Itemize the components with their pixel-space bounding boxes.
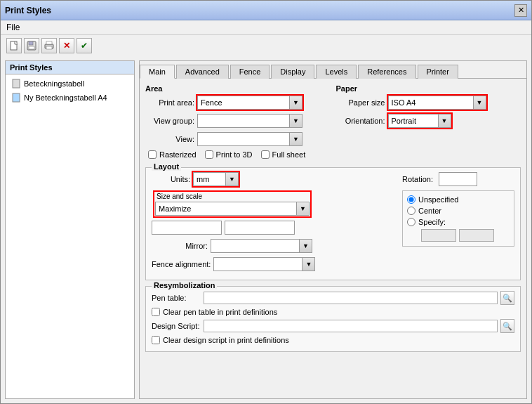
paper-label: Paper <box>336 84 521 93</box>
save-button[interactable] <box>24 38 39 53</box>
pen-table-input[interactable] <box>204 292 498 304</box>
fence-alignment-arrow[interactable]: ▼ <box>302 258 314 271</box>
paper-section: Paper Paper size ISO A4 ▼ Orientation: P <box>336 84 521 150</box>
print-area-row: Print area: Fence ▼ <box>145 96 331 110</box>
delete-button[interactable]: ✕ <box>59 38 74 53</box>
print-button[interactable] <box>41 38 57 53</box>
orientation-label: Orientation: <box>336 117 385 125</box>
orientation-value: Portrait <box>389 117 438 125</box>
units-label: Units: <box>152 175 190 183</box>
layout-right: Rotation: Unspecified <box>402 172 514 275</box>
close-button[interactable]: ✕ <box>514 4 527 17</box>
view-group-row: View group: ▼ <box>145 114 331 128</box>
pen-table-search-button[interactable]: 🔍 <box>500 291 514 305</box>
left-panel-header: Print Styles <box>6 61 134 74</box>
right-panel: Main Advanced Fence Display Levels Refer… <box>139 60 527 399</box>
paper-size-arrow[interactable]: ▼ <box>473 96 486 109</box>
origin-section: Unspecified Center Specify: <box>402 190 514 247</box>
tab-fence[interactable]: Fence <box>230 65 270 79</box>
list-item[interactable]: Ny Beteckningstabell A4 <box>8 91 131 104</box>
layout-section: Layout Units: mm ▼ <box>145 167 521 280</box>
view-group-select[interactable]: ▼ <box>197 114 302 128</box>
list-item[interactable]: Beteckningstabell <box>8 77 131 90</box>
print-area-label: Print area: <box>145 98 194 107</box>
rasterized-checkbox[interactable] <box>148 150 157 159</box>
tab-advanced[interactable]: Advanced <box>176 65 229 79</box>
pen-table-label: Pen table: <box>152 294 201 302</box>
specify-inputs <box>407 229 510 242</box>
unspecified-row: Unspecified <box>407 195 510 204</box>
center-row: Center <box>407 207 510 215</box>
area-label: Area <box>145 84 331 93</box>
new-button[interactable] <box>6 38 22 53</box>
file-menu[interactable]: File <box>6 22 20 32</box>
orientation-row: Orientation: Portrait ▼ <box>336 114 521 128</box>
view-group-arrow[interactable]: ▼ <box>289 115 302 127</box>
doc-icon <box>11 79 21 89</box>
design-script-search-button[interactable]: 🔍 <box>500 319 514 333</box>
tab-printer[interactable]: Printer <box>418 65 458 79</box>
paper-size-value: ISO A4 <box>389 98 473 107</box>
size-scale-header: Size and scale <box>155 193 310 200</box>
item-label: Ny Beteckningstabell A4 <box>24 93 107 102</box>
specify-y-input[interactable] <box>459 229 494 242</box>
design-script-row: Design Script: 🔍 <box>152 319 514 333</box>
print-area-arrow[interactable]: ▼ <box>289 96 302 109</box>
orientation-arrow[interactable]: ▼ <box>438 115 451 127</box>
layout-inner: Units: mm ▼ Size and scale <box>152 172 514 275</box>
extra-input-1[interactable] <box>152 221 222 235</box>
area-paper-row: Area Print area: Fence ▼ View group: <box>145 84 521 150</box>
ok-button[interactable]: ✔ <box>77 38 92 53</box>
title-bar: Print Styles ✕ <box>1 1 531 20</box>
view-row: View: ▼ <box>145 132 331 146</box>
units-select[interactable]: mm ▼ <box>193 172 239 186</box>
extra-input-2[interactable] <box>225 221 295 235</box>
rotation-row: Rotation: <box>402 172 514 186</box>
print-to-3d-checkbox[interactable] <box>205 150 213 159</box>
rasterized-label: Rasterized <box>159 150 197 159</box>
units-row: Units: mm ▼ <box>152 172 397 186</box>
rasterized-row: Rasterized <box>148 150 197 159</box>
print-area-select[interactable]: Fence ▼ <box>197 96 302 110</box>
size-scale-group: Size and scale Maximize ▼ <box>153 190 312 218</box>
window-title: Print Styles <box>5 6 51 15</box>
paper-size-label: Paper size <box>336 98 385 107</box>
print-to-3d-label: Print to 3D <box>216 150 253 159</box>
size-scale-select[interactable]: Maximize ▼ <box>155 202 310 216</box>
tab-content: Area Print area: Fence ▼ View group: <box>140 79 526 398</box>
unspecified-label: Unspecified <box>418 195 458 204</box>
units-value: mm <box>194 175 225 183</box>
extra-row <box>152 221 397 235</box>
fence-alignment-select[interactable]: ▼ <box>213 257 315 271</box>
units-arrow[interactable]: ▼ <box>225 173 238 185</box>
design-script-input[interactable] <box>204 320 498 332</box>
clear-pen-checkbox[interactable] <box>152 308 160 316</box>
toolbar: ✕ ✔ <box>1 35 531 56</box>
print-to-3d-row: Print to 3D <box>205 150 253 159</box>
rotation-input[interactable] <box>439 172 477 186</box>
paper-size-select[interactable]: ISO A4 ▼ <box>388 96 486 110</box>
resymbolization-section: Resymbolization Pen table: 🔍 Clear pen t… <box>145 286 521 352</box>
orientation-select[interactable]: Portrait ▼ <box>388 114 451 128</box>
center-label: Center <box>418 207 441 215</box>
center-radio[interactable] <box>407 207 415 215</box>
tab-display[interactable]: Display <box>271 65 314 79</box>
unspecified-radio[interactable] <box>407 195 415 204</box>
specify-x-input[interactable] <box>421 229 456 242</box>
mirror-label: Mirror: <box>152 242 208 250</box>
mirror-arrow[interactable]: ▼ <box>299 240 312 252</box>
clear-pen-label: Clear pen table in print definitions <box>163 308 277 316</box>
specify-radio[interactable] <box>407 218 415 226</box>
full-sheet-checkbox[interactable] <box>261 150 270 159</box>
clear-pen-row: Clear pen table in print definitions <box>152 308 514 316</box>
view-arrow[interactable]: ▼ <box>289 133 302 145</box>
size-scale-arrow[interactable]: ▼ <box>296 202 309 215</box>
tab-main[interactable]: Main <box>140 65 175 79</box>
print-area-value: Fence <box>198 98 289 107</box>
tab-references[interactable]: References <box>358 65 415 79</box>
clear-design-checkbox[interactable] <box>152 336 160 344</box>
mirror-select[interactable]: ▼ <box>211 239 312 253</box>
size-scale-section: Size and scale Maximize ▼ <box>153 190 397 218</box>
view-select[interactable]: ▼ <box>197 132 302 146</box>
tab-levels[interactable]: Levels <box>316 65 357 79</box>
